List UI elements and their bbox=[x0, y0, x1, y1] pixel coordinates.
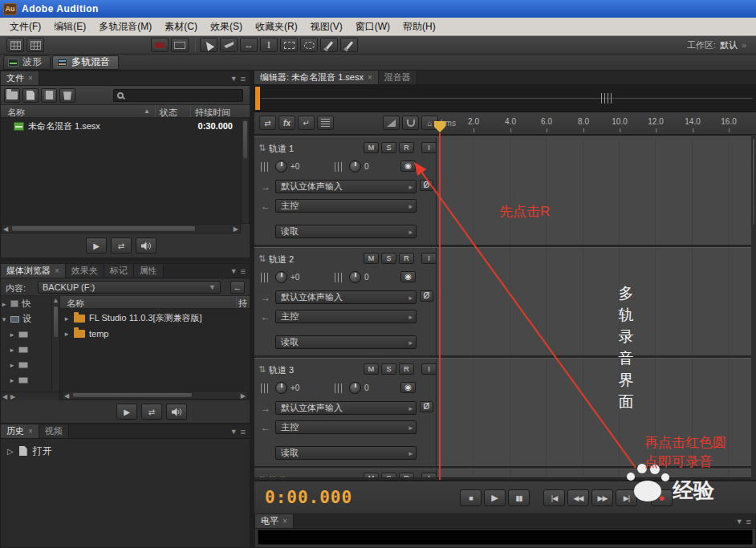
collapsed-icon[interactable]: ▸ bbox=[9, 361, 15, 369]
open-file-button[interactable] bbox=[4, 88, 20, 103]
lasso-tool-button[interactable] bbox=[300, 38, 318, 52]
scrollbar-thumb[interactable] bbox=[752, 138, 755, 226]
column-duration[interactable]: 持续时间 bbox=[195, 107, 230, 119]
tab-effects-rack[interactable]: 效果夹 bbox=[66, 264, 104, 278]
track-4-name[interactable]: 轨道 4 bbox=[269, 475, 294, 478]
menu-effects[interactable]: 效果(S) bbox=[204, 18, 249, 36]
tab-properties[interactable]: 属性 bbox=[134, 264, 164, 278]
menu-favorites[interactable]: 收藏夹(R) bbox=[249, 18, 304, 36]
folder-row[interactable]: ▸ temp bbox=[60, 326, 250, 341]
expanded-icon[interactable]: ▾ bbox=[1, 315, 7, 323]
preview-volume-button[interactable] bbox=[136, 237, 156, 254]
column-name[interactable]: 名称 bbox=[7, 107, 25, 119]
play-button[interactable]: ▶ bbox=[484, 489, 506, 506]
waveform-view-button[interactable]: 波形 bbox=[3, 55, 51, 70]
track-3-output-select[interactable]: 主控 ▸ bbox=[275, 420, 417, 434]
folder-row[interactable]: ▸ FL Studio 11.0.3[亲测兼容版] bbox=[60, 311, 250, 326]
track-2-name[interactable]: 轨道 2 bbox=[269, 254, 294, 266]
fx-rack-button[interactable]: fx bbox=[278, 116, 295, 130]
pause-button[interactable]: ▮▮ bbox=[508, 489, 530, 506]
pan-value[interactable]: 0 bbox=[364, 384, 369, 392]
tree-item-drive[interactable]: ▸ bbox=[1, 327, 51, 342]
panel-menu-icon[interactable]: ≡ bbox=[241, 266, 246, 276]
move-tool-button[interactable] bbox=[200, 38, 217, 52]
workspace-value[interactable]: 默认 bbox=[720, 39, 738, 51]
caret-down-icon[interactable]: ▼ bbox=[736, 518, 743, 526]
ruler-tool-button[interactable] bbox=[383, 116, 400, 130]
skip-to-start-button[interactable]: |◀ bbox=[543, 489, 565, 506]
column-divider[interactable] bbox=[236, 296, 237, 308]
caret-down-icon[interactable]: ▼ bbox=[230, 267, 238, 275]
column-name[interactable]: 名称 bbox=[67, 298, 84, 310]
track-1-mute-button[interactable]: M bbox=[364, 142, 379, 153]
brush-tool-button[interactable] bbox=[320, 38, 338, 52]
collapsed-icon[interactable]: ▸ bbox=[9, 331, 15, 339]
pan-value[interactable]: 0 bbox=[364, 273, 369, 282]
track-1-volume-knob[interactable] bbox=[275, 160, 287, 173]
volume-value[interactable]: +0 bbox=[291, 273, 299, 282]
razor-tool-button[interactable] bbox=[220, 38, 238, 52]
navigator-range-start[interactable] bbox=[255, 87, 260, 110]
multitrack-view-button[interactable]: 多轨混音 bbox=[52, 55, 119, 70]
collapsed-icon[interactable]: ▸ bbox=[1, 300, 7, 308]
tree-item-shortcuts[interactable]: ▸ 快 bbox=[1, 296, 51, 311]
snap-button[interactable] bbox=[402, 116, 419, 130]
navigator-grip[interactable] bbox=[601, 93, 614, 104]
menu-clip[interactable]: 素材(C) bbox=[158, 18, 204, 36]
track-1-output-select[interactable]: 主控 ▸ bbox=[275, 199, 417, 213]
media-horizontal-scrollbar[interactable]: ◀ ▶ bbox=[62, 391, 248, 400]
panel-menu-icon[interactable]: ≡ bbox=[241, 427, 246, 436]
column-divider[interactable] bbox=[190, 105, 191, 117]
track-3-pan-knob[interactable] bbox=[349, 382, 361, 394]
files-vertical-scrollbar[interactable] bbox=[241, 118, 250, 224]
column-duration[interactable]: 持 bbox=[238, 298, 247, 310]
preview-loop-button[interactable]: ⇄ bbox=[111, 237, 132, 254]
track-4-input-monitor-button[interactable]: I bbox=[421, 473, 437, 478]
collapsed-icon[interactable]: ▸ bbox=[9, 376, 15, 384]
track-4-solo-button[interactable]: S bbox=[381, 473, 396, 478]
tab-editor[interactable]: 编辑器: 未命名混音 1.sesx × bbox=[254, 71, 379, 84]
tab-history[interactable]: 历史 × bbox=[1, 424, 39, 438]
menu-view[interactable]: 视图(V) bbox=[304, 18, 349, 36]
scrollbar-thumb[interactable] bbox=[72, 392, 193, 398]
track-3-input-select[interactable]: 默认立体声输入 ▸ bbox=[275, 401, 417, 415]
tree-scrollbar[interactable]: ▲ bbox=[51, 296, 59, 391]
scroll-right-icon[interactable]: ▶ bbox=[234, 225, 238, 233]
clip-color-button[interactable] bbox=[151, 38, 169, 52]
meter-bars-button[interactable] bbox=[317, 116, 334, 130]
files-horizontal-scrollbar[interactable]: ◀ ▶ bbox=[1, 224, 241, 233]
preview-volume-button[interactable] bbox=[166, 404, 187, 420]
collapsed-icon[interactable]: ▸ bbox=[63, 315, 70, 323]
panel-menu-icon[interactable]: ≡ bbox=[241, 74, 246, 83]
scrollbar-thumb[interactable] bbox=[242, 120, 248, 159]
scroll-up-icon[interactable]: ▲ bbox=[52, 297, 59, 305]
track-2-output-select[interactable]: 主控 ▸ bbox=[275, 310, 417, 323]
track-2-volume-knob[interactable] bbox=[275, 271, 287, 283]
preview-play-button[interactable]: ▶ bbox=[116, 404, 137, 420]
track-1-monitor-toggle-button[interactable]: ◉ bbox=[400, 160, 416, 172]
close-icon[interactable]: × bbox=[55, 266, 59, 275]
track-3-mute-button[interactable]: M bbox=[364, 363, 379, 375]
tab-mixer[interactable]: 混音器 bbox=[379, 71, 417, 84]
clip-outline-button[interactable] bbox=[171, 38, 189, 52]
layout-grid-button[interactable] bbox=[6, 38, 24, 52]
close-icon[interactable]: × bbox=[282, 517, 287, 526]
track-1-bypass-effects-button[interactable]: Ø bbox=[420, 180, 433, 191]
track-2-pan-knob[interactable] bbox=[349, 271, 361, 283]
tree-item-drive[interactable]: ▸ bbox=[1, 372, 51, 388]
scroll-right-icon[interactable]: ▶ bbox=[10, 393, 15, 400]
tab-levels[interactable]: 电平 × bbox=[255, 514, 294, 528]
slip-tool-button[interactable]: ↔ bbox=[240, 38, 258, 52]
tree-horizontal-scrollbar[interactable]: ◀ ▶ bbox=[1, 392, 59, 400]
workspace-switcher[interactable]: 工作区: 默认 » bbox=[687, 39, 750, 51]
track-2-input-monitor-button[interactable]: I bbox=[421, 253, 437, 264]
scroll-left-icon[interactable]: ◀ bbox=[64, 392, 69, 400]
tab-media-browser[interactable]: 媒体浏览器 × bbox=[1, 264, 66, 278]
time-selection-tool-button[interactable]: I bbox=[260, 38, 278, 52]
track-2-bypass-effects-button[interactable]: Ø bbox=[420, 290, 433, 302]
tree-item-drive[interactable]: ▸ bbox=[1, 342, 51, 357]
chevrons-icon[interactable]: » bbox=[742, 40, 746, 50]
stop-button[interactable]: ■ bbox=[460, 489, 482, 506]
track-1-name[interactable]: 轨道 1 bbox=[269, 143, 294, 155]
track-3-monitor-toggle-button[interactable]: ◉ bbox=[400, 382, 416, 393]
